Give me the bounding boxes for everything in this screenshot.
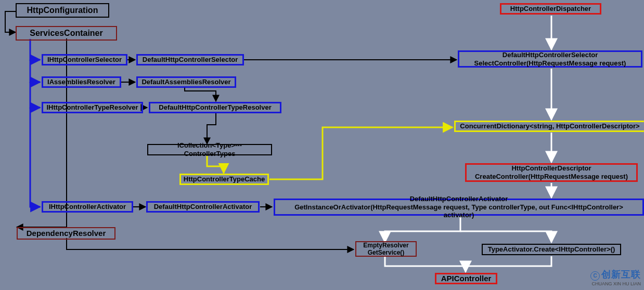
label-default-http-controller-activator: DefaultHttpControllerActivator [154,203,252,211]
default-http-controller-activator-call: DefaultHttpControllerActivator GetInstan… [274,199,644,216]
dependency-resolver: DependencyResolver [17,227,115,240]
label-concurrent-dictionary: ConcurrentDictionary<string, HttpControl… [460,122,639,130]
label-services-container: ServicesContainer [30,28,103,38]
watermark: C 创新互联 CHUANG XIN HU LIAN [590,270,641,287]
label-default-http-controller-type-resolver: DefaultHttpControllerTypeResolver [159,103,271,112]
label-activator-call-l1: DefaultHttpControllerActivator [410,195,508,203]
icollection-type: ICollection<Type>---ControllerTypes [147,144,272,155]
label-api-controller: APIController [441,274,492,283]
type-activator-create: TypeActivator.Create<IHttpController>() [482,244,621,255]
label-descriptor-l1: HttpControllerDescriptor [511,164,591,173]
label-empty-resolver-l1: EmptyResolver [363,242,408,249]
label-selector-call-l2: SelectController(HttpRequestMessage requ… [474,59,626,68]
label-dependency-resolver: DependencyResolver [27,229,106,238]
label-activator-call-l2: GetInstanceOrActivator(HttpRequestMessag… [279,203,638,219]
label-http-configuration: HttpConfiguration [27,5,98,15]
default-http-controller-selector-call: DefaultHttpControllerSelector SelectCont… [458,50,642,68]
label-iassemblies-resolver: IAssembliesResolver [47,78,115,86]
empty-resolver: EmptyResolver GetService() [355,241,417,257]
label-ihttp-controller-selector: IHttpControllerSelector [47,56,122,64]
label-ihttp-controller-activator: IHttpControllerActivator [49,203,126,211]
label-type-activator-create: TypeActivator.Create<IHttpController>() [488,245,615,254]
default-assemblies-resolver: DefaultAssembliesResolver [136,76,236,88]
iassemblies-resolver: IAssembliesResolver [42,76,121,88]
default-http-controller-activator: DefaultHttpControllerActivator [146,201,260,213]
services-container: ServicesContainer [16,26,117,41]
default-http-controller-selector: DefaultHttpControllerSelector [136,54,244,65]
label-default-assemblies-resolver: DefaultAssembliesResolver [141,78,230,86]
label-descriptor-l2: CreateController(HttpRequestMessage requ… [475,173,628,181]
label-ihttp-controller-type-resolver: IHttpControllerTypeResolver [47,103,138,112]
label-default-http-controller-selector: DefaultHttpControllerSelector [143,56,238,64]
watermark-brand: 创新互联 [601,269,641,280]
label-icollection-type: ICollection<Type>---ControllerTypes [152,141,267,157]
http-controller-type-cache: HttpControllerTypeCache [179,174,269,185]
ihttp-controller-activator: IHttpControllerActivator [42,201,133,213]
label-http-controller-type-cache: HttpControllerTypeCache [184,175,265,183]
watermark-sub: CHUANG XIN HU LIAN [591,281,641,286]
label-selector-call-l1: DefaultHttpControllerSelector [503,51,598,59]
http-controller-dispatcher: HttpControllerDispatcher [500,3,601,15]
default-http-controller-type-resolver: DefaultHttpControllerTypeResolver [149,102,281,113]
label-http-controller-dispatcher: HttpControllerDispatcher [510,5,591,13]
label-empty-resolver-l2: GetService() [368,249,405,256]
http-controller-descriptor: HttpControllerDescriptor CreateControlle… [465,163,638,182]
api-controller: APIController [435,273,497,284]
ihttp-controller-type-resolver: IHttpControllerTypeResolver [42,102,143,113]
concurrent-dictionary: ConcurrentDictionary<string, HttpControl… [454,121,644,132]
http-configuration: HttpConfiguration [16,3,109,18]
ihttp-controller-selector: IHttpControllerSelector [42,54,127,65]
